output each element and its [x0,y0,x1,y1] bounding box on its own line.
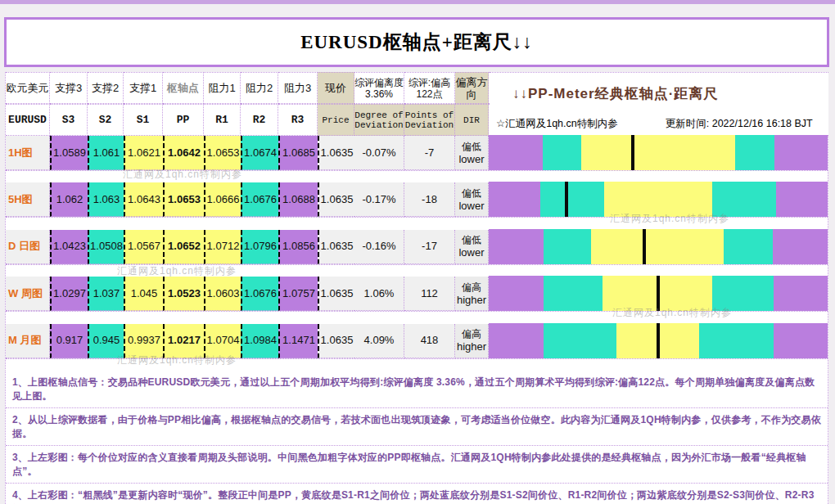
title-bar: EURUSD枢轴点+距离尺↓↓ [4,17,829,67]
header-r3-en: R3 [278,104,318,136]
cell-r1: 1.0603 [204,277,241,311]
cell-s1: 1.0621 [124,136,163,170]
distance-bar [489,135,828,170]
pivot-table: 欧元美元 支撑3 支撑2 支撑1 枢轴点 阻力1 阻力2 阻力3 现价 综评偏离… [5,72,828,369]
header-pair-cn: 欧元美元 [6,72,50,104]
header-deviation-degree-en: Degree of Deviation [354,104,404,136]
header-r2-cn: 阻力2 [241,72,278,104]
bar-segment-teal [724,229,773,264]
cell-pp: 1.0217 [163,324,204,358]
bar-segment-yellow [581,135,735,170]
right-header-block: ↓↓PP-Meter经典枢轴点·距离尺 ☆汇通网及1qh.cn特制内参 更新时间… [490,72,828,136]
cell-r2: 1.0674 [241,136,278,170]
header-deviation-degree-cn: 综评偏离度 3.36% [354,72,404,104]
page-title: EURUSD枢轴点+距离尺↓↓ [300,29,533,55]
bar-segment-teal [712,276,774,311]
row-gap [6,312,828,323]
cell-deviation-points: 112 [404,277,455,311]
cell-deviation-points: 418 [404,324,455,358]
cell-deviation-degree: -0.16% [354,230,404,264]
cell-r1: 1.0666 [204,182,241,217]
cell-r3: 1.0688 [278,182,318,217]
cell-s2: 1.061 [88,136,124,170]
cell-direction: 偏高 higher [455,277,489,311]
header-r2-en: R2 [241,104,278,136]
cell-price: 1.0635 [318,324,354,358]
update-time: 更新时间: 2022/12/16 16:18 BJT [666,117,813,131]
cell-s3: 0.917 [50,324,88,358]
cell-deviation-points: -7 [404,136,455,170]
table-row: D 日图 1.0423 1.0508 1.0567 1.0652 1.0712 … [6,230,828,265]
cell-r1: 1.0653 [204,136,241,170]
cell-s2: 0.945 [88,324,124,358]
table-row: 1H图 1.0589 1.061 1.0621 1.0642 1.0653 1.… [6,136,828,171]
row-label-weekly: W 周图 [6,277,50,311]
bar-segment-teal [540,182,604,217]
row-gap [6,359,828,371]
bar-segment-teal [712,182,776,217]
bar-segment-purple [776,182,828,217]
distance-bar-cell [489,277,828,311]
bar-segment-teal [543,135,581,170]
bar-segment-purple [489,135,543,170]
header-pair-en: EURUSD [6,104,50,136]
header-r3-cn: 阻力3 [278,72,318,104]
cell-deviation-degree: 1.06% [354,277,404,311]
distance-bar [489,229,828,264]
cell-r3: 1.0685 [278,136,318,170]
cell-r3: 1.0856 [278,230,318,264]
cell-deviation-points: -18 [404,182,455,217]
bar-segment-purple [489,182,540,217]
cell-deviation-degree: -0.07% [354,136,404,170]
current-price-marker [631,135,634,170]
bar-segment-teal [735,135,774,170]
cell-r2: 1.0796 [241,230,278,264]
current-price-marker [657,276,660,311]
current-price-marker [643,229,646,264]
distance-bar-cell [489,182,828,217]
source-note: ☆汇通网及1qh.cn特制内参 [496,117,618,131]
cell-s2: 1.0508 [88,230,124,264]
bar-segment-teal [544,323,616,358]
cell-s2: 1.063 [88,182,124,217]
bar-segment-yellow [604,182,712,217]
bar-segment-purple [489,276,544,311]
cell-r3: 1.1471 [278,324,318,358]
cell-price: 1.0635 [318,230,354,264]
bar-segment-purple [774,323,828,358]
bar-segment-yellow [591,229,724,264]
header-s1-en: S1 [124,104,163,136]
distance-bar-cell [489,324,828,358]
cell-s3: 1.062 [50,182,88,217]
bar-segment-purple [774,135,828,170]
note-1: 1、上图枢轴点信号：交易品种EURUSD欧元美元，通过以上五个周期加权平均得到:… [6,371,828,408]
header-pp-en: PP [163,104,204,136]
table-row: W 周图 1.0297 1.037 1.045 1.0523 1.0603 1.… [6,277,828,312]
cell-pp: 1.0523 [163,277,204,311]
distance-bar-cell [489,230,828,264]
cell-price: 1.0635 [318,182,354,217]
row-5h: 5H图 1.062 1.063 1.0643 1.0653 1.0666 1.0… [6,182,828,229]
header-s2-cn: 支撑2 [88,72,124,104]
cell-price: 1.0635 [318,277,354,311]
bar-segment-purple [489,229,544,264]
distance-bar [489,323,828,358]
top-border-strip [0,0,835,4]
row-label-daily: D 日图 [6,230,50,264]
header-direction-en: DIR [455,104,489,136]
direction-cn: 偏低 [462,187,481,200]
cell-direction: 偏高 higher [455,324,489,358]
cell-direction: 偏低 lower [455,230,489,264]
cell-pp: 1.0653 [163,182,204,217]
row-label-1h: 1H图 [6,136,50,170]
direction-en: lower [458,246,484,259]
cell-s1: 0.9937 [124,324,163,358]
bar-segment-teal [544,229,591,264]
header-s3-en: S3 [50,104,88,136]
direction-en: lower [458,200,484,212]
cell-r2: 1.0984 [241,324,278,358]
row-monthly: M 月图 0.917 0.945 0.9937 1.0217 1.0704 1.… [6,324,828,371]
cell-pp: 1.0642 [163,136,204,170]
bar-segment-purple [774,276,828,311]
cell-deviation-degree: -0.17% [354,182,404,217]
